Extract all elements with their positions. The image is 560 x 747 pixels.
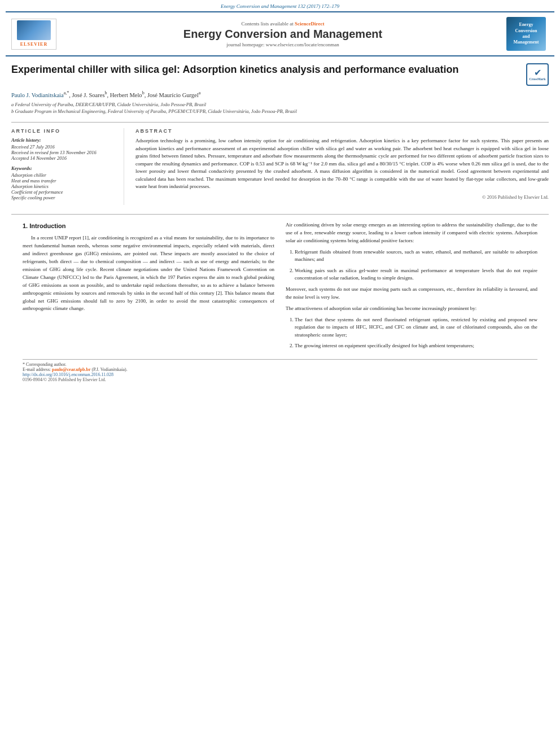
elsevier-logo-graphic (17, 20, 51, 40)
article-info-abstract: ARTICLE INFO Article history: Received 2… (11, 122, 549, 205)
keyword-3: Adsorption kinetics (11, 184, 115, 189)
abstract-label: ABSTRACT (135, 128, 549, 134)
right-para-1: Air conditioning driven by solar energy … (286, 221, 537, 245)
list-item-1: Refrigerant fluids obtained from renewab… (295, 248, 537, 264)
doi-line[interactable]: http://dx.doi.org/10.1016/j.enconman.201… (23, 372, 537, 377)
accepted-date: Accepted 14 November 2016 (11, 155, 115, 161)
author-2: , José J. Soares (69, 92, 104, 98)
keyword-2: Heat and mass transfer (11, 178, 115, 184)
abstract-col: ABSTRACT Adsorption technology is a prom… (135, 128, 549, 205)
author-1: Paulo J. Vodianitskaia (11, 92, 64, 98)
author-4-sup: a (199, 90, 201, 95)
article-history-label: Article history: (11, 137, 115, 143)
author-3: , Herbert Melo (107, 92, 142, 98)
crossmark-badge: ✔ CrossMark (526, 63, 549, 86)
article-history: Article history: Received 27 July 2016 R… (11, 137, 115, 161)
received-revised-date: Received in revised form 13 November 201… (11, 150, 115, 155)
journal-logo-box: EnergyConversionandManagement (506, 17, 546, 51)
email-note: E-mail address: paulo@cear.ufpb.br (P.J.… (23, 367, 537, 372)
author-4: , José Maurício Gurgel (145, 92, 199, 98)
article-keywords: Keywords: Adsorption chiller Heat and ma… (11, 165, 115, 200)
crossmark-check-icon: ✔ (534, 68, 541, 77)
journal-title-center: Contents lists available at ScienceDirec… (62, 21, 504, 47)
article-section: Experimental chiller with silica gel: Ad… (11, 63, 549, 382)
journal-logo-label: EnergyConversionandManagement (514, 22, 539, 46)
keyword-1: Adsorption chiller (11, 172, 115, 178)
article-info-col: ARTICLE INFO Article history: Received 2… (11, 128, 124, 205)
corresponding-author-note: * Corresponding author. (23, 362, 537, 367)
affiliations: a Federal University of Paraíba, DEER/CE… (11, 101, 549, 116)
keyword-4: Coefficient of performance (11, 189, 115, 195)
section-divider (11, 214, 549, 215)
journal-main-title: Energy Conversion and Management (62, 28, 504, 41)
journal-logo-right: EnergyConversionandManagement (504, 17, 549, 51)
received-date: Received 27 July 2016 (11, 144, 115, 150)
affiliation-b: b Graduate Program in Mechanical Enginee… (11, 108, 549, 115)
right-para-2: Moreover, such systems do not use major … (286, 286, 537, 302)
copyright-line: © 2016 Published by Elsevier Ltd. (135, 194, 549, 200)
journal-reference: Energy Conversion and Management 132 (20… (221, 3, 339, 9)
journal-header: ELSEVIER Contents lists available at Sci… (6, 11, 554, 56)
article-info-label: ARTICLE INFO (11, 128, 115, 134)
body-col-right: Air conditioning driven by solar energy … (286, 221, 537, 353)
elsevier-logo-area: ELSEVIER (11, 19, 62, 50)
list-item-2: Working pairs such as silica gel-water r… (295, 267, 537, 282)
email-address[interactable]: paulo@cear.ufpb.br (52, 367, 91, 372)
abstract-text: Adsorption technology is a promising, lo… (135, 137, 549, 191)
elsevier-logo-text: ELSEVIER (20, 42, 47, 47)
author-1-sup: a,* (64, 90, 69, 95)
right-para-3: The attractiveness of adsorption solar a… (286, 305, 537, 313)
elsevier-logo-img: ELSEVIER (11, 19, 56, 50)
issn-line: 0196-8904/© 2016 Published by Elsevier L… (23, 377, 537, 382)
list2-item-1: The fact that these systems do not need … (295, 316, 537, 339)
footnote-area: * Corresponding author. E-mail address: … (23, 359, 537, 382)
authors-line: Paulo J. Vodianitskaiaa,*, José J. Soare… (11, 90, 549, 98)
list2-item-2: The growing interest on equipment specif… (295, 342, 537, 350)
article-title: Experimental chiller with silica gel: Ad… (11, 63, 520, 76)
right-list-1: Refrigerant fluids obtained from renewab… (295, 248, 537, 282)
intro-para-1: In a recent UNEP report [1], air conditi… (23, 234, 274, 313)
affiliation-a: a Federal University of Paraíba, DEER/CE… (11, 101, 549, 108)
intro-section-title: 1. Introduction (23, 221, 274, 231)
main-body: 1. Introduction In a recent UNEP report … (23, 221, 537, 353)
article-title-area: Experimental chiller with silica gel: Ad… (11, 63, 549, 86)
sciencedirect-link[interactable]: ScienceDirect (295, 21, 324, 27)
crossmark-label: CrossMark (529, 77, 545, 81)
keywords-label: Keywords: (11, 165, 115, 171)
body-col-left: 1. Introduction In a recent UNEP report … (23, 221, 274, 353)
journal-homepage: journal homepage: www.elsevier.com/locat… (62, 42, 504, 47)
keyword-5: Specific cooling power (11, 195, 115, 200)
right-list-2: The fact that these systems do not need … (295, 316, 537, 350)
journal-link-bar: Energy Conversion and Management 132 (20… (0, 0, 560, 11)
contents-line: Contents lists available at ScienceDirec… (62, 21, 504, 27)
